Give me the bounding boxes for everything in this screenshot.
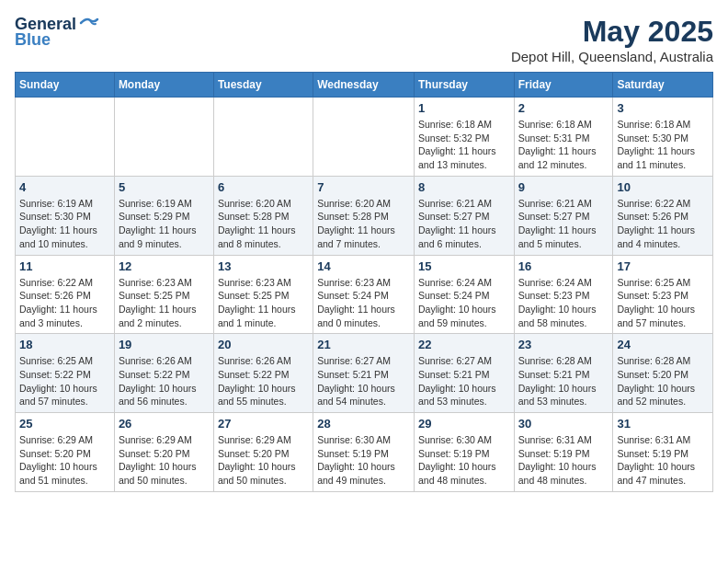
day-info: Sunrise: 6:29 AM Sunset: 5:20 PM Dayligh… (218, 433, 309, 488)
header-friday: Friday (514, 73, 613, 98)
day-number: 22 (418, 338, 510, 351)
day-info: Sunrise: 6:28 AM Sunset: 5:20 PM Dayligh… (617, 354, 709, 408)
calendar-cell: 14Sunrise: 6:23 AM Sunset: 5:24 PM Dayli… (313, 255, 415, 334)
logo-bird-icon (79, 16, 99, 30)
calendar-cell: 15Sunrise: 6:24 AM Sunset: 5:24 PM Dayli… (414, 255, 514, 334)
calendar-table: SundayMondayTuesdayWednesdayThursdayFrid… (15, 72, 713, 492)
calendar-title: May 2025 (511, 15, 713, 49)
day-number: 21 (317, 338, 410, 351)
day-number: 30 (518, 417, 609, 431)
day-info: Sunrise: 6:29 AM Sunset: 5:20 PM Dayligh… (19, 433, 110, 488)
calendar-cell: 30Sunrise: 6:31 AM Sunset: 5:19 PM Dayli… (514, 413, 613, 492)
day-info: Sunrise: 6:21 AM Sunset: 5:27 PM Dayligh… (518, 197, 609, 251)
calendar-header-row: SundayMondayTuesdayWednesdayThursdayFrid… (16, 73, 713, 98)
calendar-cell: 29Sunrise: 6:30 AM Sunset: 5:19 PM Dayli… (414, 413, 514, 492)
day-info: Sunrise: 6:31 AM Sunset: 5:19 PM Dayligh… (518, 433, 609, 488)
calendar-cell: 2Sunrise: 6:18 AM Sunset: 5:31 PM Daylig… (514, 98, 613, 177)
day-info: Sunrise: 6:27 AM Sunset: 5:21 PM Dayligh… (418, 354, 510, 408)
day-info: Sunrise: 6:22 AM Sunset: 5:26 PM Dayligh… (617, 197, 709, 251)
calendar-cell (114, 98, 213, 177)
day-number: 15 (418, 259, 510, 273)
day-info: Sunrise: 6:26 AM Sunset: 5:22 PM Dayligh… (218, 354, 309, 408)
calendar-cell: 12Sunrise: 6:23 AM Sunset: 5:25 PM Dayli… (114, 255, 213, 334)
day-number: 29 (418, 417, 510, 431)
day-info: Sunrise: 6:24 AM Sunset: 5:23 PM Dayligh… (518, 276, 609, 330)
day-info: Sunrise: 6:24 AM Sunset: 5:24 PM Dayligh… (418, 276, 510, 330)
calendar-cell (16, 98, 115, 177)
day-info: Sunrise: 6:27 AM Sunset: 5:21 PM Dayligh… (317, 354, 410, 408)
calendar-cell: 25Sunrise: 6:29 AM Sunset: 5:20 PM Dayli… (16, 413, 115, 492)
calendar-cell: 11Sunrise: 6:22 AM Sunset: 5:26 PM Dayli… (16, 255, 115, 334)
day-number: 12 (119, 259, 210, 273)
header-tuesday: Tuesday (213, 73, 313, 98)
calendar-cell: 3Sunrise: 6:18 AM Sunset: 5:30 PM Daylig… (613, 98, 713, 177)
day-number: 5 (119, 180, 210, 194)
logo: General Blue (15, 15, 99, 50)
calendar-cell: 4Sunrise: 6:19 AM Sunset: 5:30 PM Daylig… (16, 176, 115, 255)
calendar-cell (313, 98, 415, 177)
day-info: Sunrise: 6:20 AM Sunset: 5:28 PM Dayligh… (317, 197, 410, 251)
calendar-cell: 5Sunrise: 6:19 AM Sunset: 5:29 PM Daylig… (114, 176, 213, 255)
day-info: Sunrise: 6:18 AM Sunset: 5:32 PM Dayligh… (418, 118, 510, 172)
calendar-week-row: 4Sunrise: 6:19 AM Sunset: 5:30 PM Daylig… (16, 176, 713, 255)
day-number: 18 (19, 338, 110, 351)
day-number: 4 (19, 180, 110, 194)
day-number: 23 (518, 338, 609, 351)
day-number: 9 (518, 180, 609, 194)
day-info: Sunrise: 6:22 AM Sunset: 5:26 PM Dayligh… (19, 276, 110, 330)
calendar-cell: 8Sunrise: 6:21 AM Sunset: 5:27 PM Daylig… (414, 176, 514, 255)
day-number: 2 (518, 101, 609, 115)
day-info: Sunrise: 6:18 AM Sunset: 5:30 PM Dayligh… (617, 118, 709, 172)
day-info: Sunrise: 6:18 AM Sunset: 5:31 PM Dayligh… (518, 118, 609, 172)
day-number: 7 (317, 180, 410, 194)
day-info: Sunrise: 6:28 AM Sunset: 5:21 PM Dayligh… (518, 354, 609, 408)
day-number: 17 (617, 259, 709, 273)
day-info: Sunrise: 6:19 AM Sunset: 5:29 PM Dayligh… (119, 197, 210, 251)
calendar-cell: 13Sunrise: 6:23 AM Sunset: 5:25 PM Dayli… (213, 255, 313, 334)
day-info: Sunrise: 6:30 AM Sunset: 5:19 PM Dayligh… (418, 433, 510, 488)
calendar-cell: 26Sunrise: 6:29 AM Sunset: 5:20 PM Dayli… (114, 413, 213, 492)
calendar-subtitle: Depot Hill, Queensland, Australia (511, 49, 713, 64)
calendar-cell: 21Sunrise: 6:27 AM Sunset: 5:21 PM Dayli… (313, 334, 415, 413)
day-info: Sunrise: 6:21 AM Sunset: 5:27 PM Dayligh… (418, 197, 510, 251)
day-info: Sunrise: 6:29 AM Sunset: 5:20 PM Dayligh… (119, 433, 210, 488)
day-number: 31 (617, 417, 709, 431)
calendar-cell: 17Sunrise: 6:25 AM Sunset: 5:23 PM Dayli… (613, 255, 713, 334)
calendar-cell: 9Sunrise: 6:21 AM Sunset: 5:27 PM Daylig… (514, 176, 613, 255)
logo-blue-text: Blue (15, 30, 51, 50)
day-info: Sunrise: 6:31 AM Sunset: 5:19 PM Dayligh… (617, 433, 709, 488)
day-number: 20 (218, 338, 309, 351)
day-number: 16 (518, 259, 609, 273)
day-number: 6 (218, 180, 309, 194)
day-number: 8 (418, 180, 510, 194)
day-number: 1 (418, 101, 510, 115)
day-number: 10 (617, 180, 709, 194)
calendar-week-row: 1Sunrise: 6:18 AM Sunset: 5:32 PM Daylig… (16, 98, 713, 177)
calendar-cell: 10Sunrise: 6:22 AM Sunset: 5:26 PM Dayli… (613, 176, 713, 255)
calendar-cell: 27Sunrise: 6:29 AM Sunset: 5:20 PM Dayli… (213, 413, 313, 492)
day-number: 19 (119, 338, 210, 351)
day-info: Sunrise: 6:23 AM Sunset: 5:24 PM Dayligh… (317, 276, 410, 330)
calendar-cell: 24Sunrise: 6:28 AM Sunset: 5:20 PM Dayli… (613, 334, 713, 413)
title-block: May 2025 Depot Hill, Queensland, Austral… (511, 15, 713, 64)
day-number: 28 (317, 417, 410, 431)
day-info: Sunrise: 6:30 AM Sunset: 5:19 PM Dayligh… (317, 433, 410, 488)
calendar-cell: 28Sunrise: 6:30 AM Sunset: 5:19 PM Dayli… (313, 413, 415, 492)
page-header: General Blue May 2025 Depot Hill, Queens… (15, 15, 713, 64)
header-saturday: Saturday (613, 73, 713, 98)
calendar-cell: 23Sunrise: 6:28 AM Sunset: 5:21 PM Dayli… (514, 334, 613, 413)
day-number: 26 (119, 417, 210, 431)
calendar-week-row: 18Sunrise: 6:25 AM Sunset: 5:22 PM Dayli… (16, 334, 713, 413)
day-number: 25 (19, 417, 110, 431)
calendar-cell: 16Sunrise: 6:24 AM Sunset: 5:23 PM Dayli… (514, 255, 613, 334)
calendar-cell: 31Sunrise: 6:31 AM Sunset: 5:19 PM Dayli… (613, 413, 713, 492)
day-info: Sunrise: 6:23 AM Sunset: 5:25 PM Dayligh… (119, 276, 210, 330)
header-thursday: Thursday (414, 73, 514, 98)
day-info: Sunrise: 6:23 AM Sunset: 5:25 PM Dayligh… (218, 276, 309, 330)
header-sunday: Sunday (16, 73, 115, 98)
calendar-week-row: 11Sunrise: 6:22 AM Sunset: 5:26 PM Dayli… (16, 255, 713, 334)
header-monday: Monday (114, 73, 213, 98)
day-number: 13 (218, 259, 309, 273)
header-wednesday: Wednesday (313, 73, 415, 98)
day-number: 27 (218, 417, 309, 431)
